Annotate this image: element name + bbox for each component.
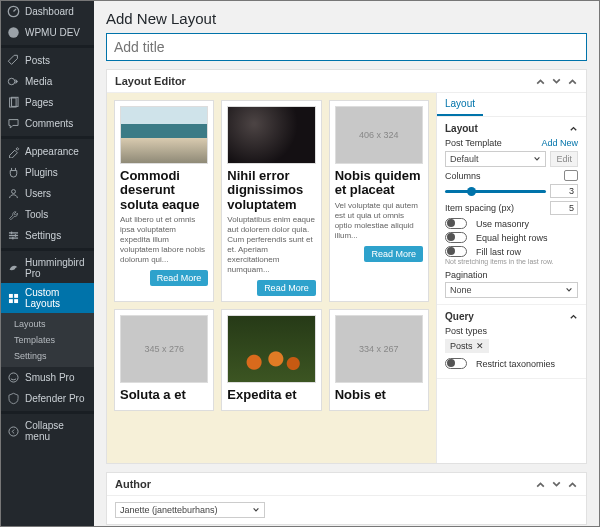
sidebar-item-label: Settings xyxy=(25,230,61,241)
sidebar-item-label: Collapse menu xyxy=(25,420,88,442)
chevron-down-icon xyxy=(533,155,541,163)
plugins-icon xyxy=(7,166,20,179)
sidebar-item-label: Media xyxy=(25,76,52,87)
fill-last-row-toggle[interactable] xyxy=(445,246,467,257)
layout-card[interactable]: Nihil error dignissimos voluptatem Volup… xyxy=(221,100,321,302)
sidebar-item-tools[interactable]: Tools xyxy=(1,204,94,225)
edit-button[interactable]: Edit xyxy=(550,151,578,167)
post-template-label: Post Template xyxy=(445,138,502,148)
sidebar-item-label: Dashboard xyxy=(25,6,74,17)
panel-header: Layout Editor xyxy=(107,70,586,93)
chevron-up-icon[interactable] xyxy=(535,76,546,87)
chevron-up-icon[interactable] xyxy=(569,312,578,321)
pagination-label: Pagination xyxy=(445,270,578,280)
sidebar-item-label: Defender Pro xyxy=(25,393,84,404)
submenu-templates[interactable]: Templates xyxy=(1,332,94,348)
sidebar-item-settings[interactable]: Settings xyxy=(1,225,94,246)
svg-rect-15 xyxy=(14,299,18,303)
appearance-icon xyxy=(7,145,20,158)
sidebar-item-label: Users xyxy=(25,188,51,199)
submenu-layouts[interactable]: Layouts xyxy=(1,316,94,332)
sidebar-item-smush[interactable]: Smush Pro xyxy=(1,367,94,388)
sidebar-separator xyxy=(1,45,94,48)
columns-label: Columns xyxy=(445,171,481,181)
sidebar-item-media[interactable]: Media xyxy=(1,71,94,92)
collapse-icon xyxy=(7,425,20,438)
sidebar-item-collapse[interactable]: Collapse menu xyxy=(1,416,94,446)
restrict-tax-toggle[interactable] xyxy=(445,358,467,369)
users-icon xyxy=(7,187,20,200)
posts-icon xyxy=(7,54,20,67)
sidebar-item-label: WPMU DEV xyxy=(25,27,80,38)
post-types-label: Post types xyxy=(445,326,578,336)
sidebar-item-dashboard[interactable]: Dashboard xyxy=(1,1,94,22)
use-masonry-toggle[interactable] xyxy=(445,218,467,229)
cards-canvas: Commodi deserunt soluta eaque Aut libero… xyxy=(107,93,436,463)
equal-rows-toggle[interactable] xyxy=(445,232,467,243)
editor-body: Commodi deserunt soluta eaque Aut libero… xyxy=(107,93,586,463)
post-types-chip[interactable]: Posts ✕ xyxy=(445,339,489,353)
svg-rect-4 xyxy=(12,97,18,106)
columns-slider[interactable] xyxy=(445,190,546,193)
sidebar-item-label: Custom Layouts xyxy=(25,287,88,309)
columns-value[interactable]: 3 xyxy=(550,184,578,198)
panel-controls xyxy=(535,76,578,87)
author-panel: Author Janette (janetteburhans) xyxy=(106,472,587,525)
layout-title-input[interactable] xyxy=(106,33,587,61)
post-template-select[interactable]: Default xyxy=(445,151,546,167)
fill-last-row-label: Fill last row xyxy=(476,247,578,257)
layout-card[interactable]: 406 x 324 Nobis quidem et placeat Vel vo… xyxy=(329,100,429,302)
chevron-down-icon[interactable] xyxy=(551,76,562,87)
cards-grid: Commodi deserunt soluta eaque Aut libero… xyxy=(114,100,429,411)
sidebar-item-custom-layouts[interactable]: Custom Layouts xyxy=(1,283,94,313)
chevron-up-icon[interactable] xyxy=(569,124,578,133)
card-excerpt: Voluptatibus enim eaque aut dolorem dolo… xyxy=(227,215,315,275)
sidebar-item-hummingbird[interactable]: Hummingbird Pro xyxy=(1,253,94,283)
chevron-down-icon[interactable] xyxy=(551,479,562,490)
sidebar-item-label: Hummingbird Pro xyxy=(25,257,88,279)
pages-icon xyxy=(7,96,20,109)
card-thumbnail xyxy=(120,106,208,164)
page-title: Add New Layout xyxy=(94,1,599,33)
layout-card[interactable]: 345 x 276 Soluta a et xyxy=(114,309,214,411)
submenu-settings[interactable]: Settings xyxy=(1,348,94,364)
author-select[interactable]: Janette (janetteburhans) xyxy=(115,502,265,518)
close-icon[interactable]: ✕ xyxy=(476,341,484,351)
layouts-icon xyxy=(7,292,20,305)
chevron-up-icon[interactable] xyxy=(535,479,546,490)
layout-card[interactable]: Expedita et xyxy=(221,309,321,411)
pagination-select[interactable]: None xyxy=(445,282,578,298)
svg-rect-6 xyxy=(9,232,18,233)
tab-layout[interactable]: Layout xyxy=(437,93,483,116)
chevron-up-icon[interactable] xyxy=(567,479,578,490)
settings-tabs: Layout xyxy=(437,93,586,117)
sidebar-item-pages[interactable]: Pages xyxy=(1,92,94,113)
sidebar-item-defender[interactable]: Defender Pro xyxy=(1,388,94,409)
sidebar-item-appearance[interactable]: Appearance xyxy=(1,141,94,162)
read-more-button[interactable]: Read More xyxy=(257,280,316,296)
layout-card[interactable]: 334 x 267 Nobis et xyxy=(329,309,429,411)
wpmu-icon xyxy=(7,26,20,39)
svg-point-17 xyxy=(9,426,18,435)
read-more-button[interactable]: Read More xyxy=(150,270,209,286)
card-title: Nobis et xyxy=(335,388,423,402)
card-title: Commodi deserunt soluta eaque xyxy=(120,169,208,212)
sidebar-item-users[interactable]: Users xyxy=(1,183,94,204)
svg-point-1 xyxy=(8,27,18,37)
sidebar-item-comments[interactable]: Comments xyxy=(1,113,94,134)
sidebar-item-label: Plugins xyxy=(25,167,58,178)
desktop-icon[interactable] xyxy=(564,170,578,181)
chevron-up-icon[interactable] xyxy=(567,76,578,87)
read-more-button[interactable]: Read More xyxy=(364,246,423,262)
comments-icon xyxy=(7,117,20,130)
item-spacing-value[interactable]: 5 xyxy=(550,201,578,215)
use-masonry-label: Use masonry xyxy=(476,219,578,229)
sidebar-separator xyxy=(1,136,94,139)
add-new-link[interactable]: Add New xyxy=(541,138,578,148)
sidebar-item-posts[interactable]: Posts xyxy=(1,50,94,71)
card-thumbnail: 345 x 276 xyxy=(120,315,208,383)
layout-card[interactable]: Commodi deserunt soluta eaque Aut libero… xyxy=(114,100,214,302)
sidebar-item-wpmu-dev[interactable]: WPMU DEV xyxy=(1,22,94,43)
sidebar-item-plugins[interactable]: Plugins xyxy=(1,162,94,183)
section-layout: Layout Post Template Add New Default xyxy=(437,117,586,305)
